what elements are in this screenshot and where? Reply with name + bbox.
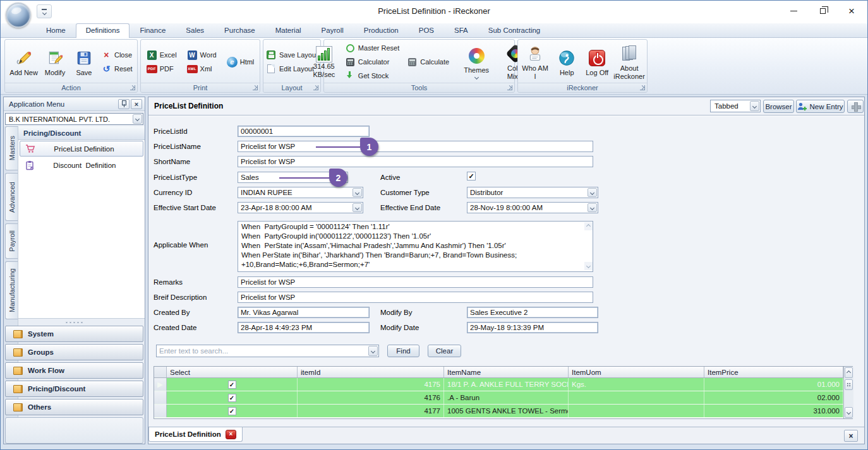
- sidebar-tab-masters[interactable]: Masters: [5, 126, 18, 170]
- nav-item-discount-definition[interactable]: Discount Definition: [20, 157, 143, 173]
- close-button[interactable]: ×: [837, 1, 866, 21]
- tab-close-button[interactable]: ×: [226, 430, 236, 439]
- table-row[interactable]: ✓ 4177 1005 GENTS ANKLE TOWEL - Sermon 3…: [154, 405, 843, 418]
- bottom-tab-pricelist-definition[interactable]: PriceList Definition ×: [148, 427, 243, 442]
- sidebar-close-button[interactable]: ×: [131, 99, 142, 109]
- tab-payroll[interactable]: Payroll: [311, 23, 354, 37]
- remarks-field[interactable]: Pricelist for WSP: [238, 276, 593, 288]
- dialog-launcher-icon[interactable]: [313, 85, 318, 90]
- effective-end-date-picker[interactable]: 28-Nov-19 8:00:00 AM: [467, 202, 598, 213]
- restore-button[interactable]: [808, 1, 837, 21]
- column-header-select[interactable]: Select: [167, 367, 298, 377]
- reset-button[interactable]: ↺ Reset: [99, 64, 135, 74]
- add-new-button[interactable]: Add New: [8, 47, 40, 78]
- modify-button[interactable]: Modify: [41, 47, 69, 78]
- export-html-button[interactable]: e Html: [225, 56, 256, 68]
- scroll-down-button[interactable]: [584, 262, 593, 270]
- shortname-field[interactable]: Pricelist for WSP: [238, 156, 593, 167]
- tab-home[interactable]: Home: [36, 23, 76, 37]
- view-mode-select[interactable]: Tabbed: [710, 100, 761, 112]
- about-ireckoner-button[interactable]: About iReckoner: [613, 42, 645, 81]
- sidebar-tab-advanced[interactable]: Advanced: [5, 173, 18, 221]
- scroll-up-button[interactable]: [584, 222, 593, 230]
- column-header-itemprice[interactable]: ItemPrice: [704, 367, 843, 377]
- dropdown-button[interactable]: [368, 346, 378, 356]
- column-header-itemuom[interactable]: ItemUom: [569, 367, 704, 377]
- pin-button[interactable]: [118, 99, 130, 109]
- dialog-launcher-icon[interactable]: [507, 85, 512, 90]
- scroll-up-button[interactable]: [845, 367, 853, 378]
- dropdown-button[interactable]: [353, 188, 362, 197]
- row-checkbox[interactable]: ✓: [228, 407, 236, 415]
- group-label-print: Print: [193, 84, 208, 92]
- row-checkbox[interactable]: ✓: [228, 381, 236, 389]
- tab-definitions[interactable]: Definitions: [76, 23, 130, 38]
- sidebar-nav-content: Pricing/Discount PriceList Definition Di…: [18, 126, 145, 319]
- table-row[interactable]: ✓ 4176 .A - Barun 02.000: [154, 391, 843, 405]
- sidebar-group-system[interactable]: System: [5, 326, 143, 342]
- export-word-button[interactable]: W Word: [185, 50, 219, 61]
- add-tab-button[interactable]: [847, 100, 864, 113]
- tab-pos[interactable]: POS: [409, 23, 444, 37]
- grid-scrollbar[interactable]: [843, 367, 853, 418]
- breif-description-field[interactable]: Pricelist for WSP: [238, 292, 593, 303]
- sidebar-group-groups[interactable]: Groups: [5, 344, 143, 360]
- tab-sfa[interactable]: SFA: [444, 23, 478, 37]
- log-off-button[interactable]: Log Off: [583, 47, 611, 78]
- active-checkbox[interactable]: ✓: [467, 172, 476, 181]
- app-globe-icon[interactable]: [6, 3, 31, 28]
- row-checkbox[interactable]: ✓: [228, 394, 236, 402]
- get-stock-button[interactable]: Get Stock: [343, 71, 401, 81]
- applicable-when-textarea[interactable]: When PartyGroupId = '00001124' Then '1.1…: [238, 221, 593, 272]
- sidebar-tab-payroll[interactable]: Payroll: [5, 223, 18, 259]
- close-ribbon-button[interactable]: × Close: [99, 50, 135, 61]
- browser-button[interactable]: Browser: [763, 100, 794, 113]
- master-reset-button[interactable]: Master Reset: [343, 43, 401, 54]
- dropdown-button[interactable]: [588, 188, 597, 197]
- who-am-i-button[interactable]: Who AM I: [520, 42, 550, 81]
- pricelistid-field[interactable]: 00000001: [238, 126, 370, 137]
- table-row[interactable]: ▶ ✓ 4175 18/1 P. A. ANKLE FULL TERRY SOC…: [154, 378, 843, 391]
- splitter-grip[interactable]: [4, 320, 145, 324]
- help-button[interactable]: Help: [553, 47, 581, 78]
- find-button[interactable]: Find: [387, 345, 419, 357]
- effective-start-date-picker[interactable]: 23-Apr-18 8:00:00 AM: [238, 202, 363, 213]
- sidebar-group-others[interactable]: Others: [5, 399, 143, 415]
- scrollbar-grip[interactable]: [845, 379, 853, 390]
- dropdown-button[interactable]: [750, 101, 759, 111]
- column-header-itemname[interactable]: ItemName: [444, 367, 569, 377]
- grid-search-combo[interactable]: Enter text to search...: [156, 345, 379, 357]
- dropdown-button[interactable]: [133, 114, 142, 124]
- pricelistname-field[interactable]: Pricelist for WSP: [238, 141, 593, 152]
- close-all-button[interactable]: ×: [844, 430, 858, 442]
- scroll-down-button[interactable]: [845, 407, 853, 418]
- export-xml-button[interactable]: XML Xml: [185, 64, 219, 74]
- customer-type-select[interactable]: Distributor: [467, 187, 598, 198]
- currency-select[interactable]: INDIAN RUPEE: [238, 187, 363, 198]
- sidebar-tab-manufacturing[interactable]: Manufacturing: [5, 261, 18, 319]
- sidebar-group-pricing-discount[interactable]: Pricing/Discount: [5, 381, 143, 397]
- dialog-launcher-icon[interactable]: [253, 85, 258, 90]
- tab-production[interactable]: Production: [354, 23, 409, 37]
- column-header-itemid[interactable]: itemId: [298, 367, 444, 377]
- tab-sales[interactable]: Sales: [176, 23, 214, 37]
- sidebar-group-work-flow[interactable]: Work Flow: [5, 362, 143, 379]
- save-button[interactable]: Save: [70, 47, 98, 78]
- new-entry-button[interactable]: New Entry: [796, 100, 845, 113]
- tab-sub-contracting[interactable]: Sub Contracting: [478, 23, 550, 37]
- dropdown-button[interactable]: [588, 203, 597, 212]
- dialog-launcher-icon[interactable]: [640, 85, 645, 90]
- minimize-button[interactable]: [779, 1, 808, 21]
- company-selector[interactable]: B.K INTERNATIONAL PVT. LTD.: [5, 113, 143, 125]
- dialog-launcher-icon[interactable]: [130, 85, 135, 90]
- calculate-button[interactable]: Calculate: [405, 57, 451, 68]
- dropdown-button[interactable]: [353, 203, 362, 212]
- themes-button[interactable]: Themes: [462, 44, 490, 80]
- calculator-button[interactable]: Calculator: [343, 57, 401, 68]
- tab-finance[interactable]: Finance: [130, 23, 176, 37]
- export-pdf-button[interactable]: PDF PDF: [145, 64, 179, 74]
- clear-button[interactable]: Clear: [428, 345, 461, 357]
- tab-material[interactable]: Material: [265, 23, 311, 37]
- export-excel-button[interactable]: X Excel: [145, 50, 179, 61]
- tab-purchase[interactable]: Purchase: [214, 23, 265, 37]
